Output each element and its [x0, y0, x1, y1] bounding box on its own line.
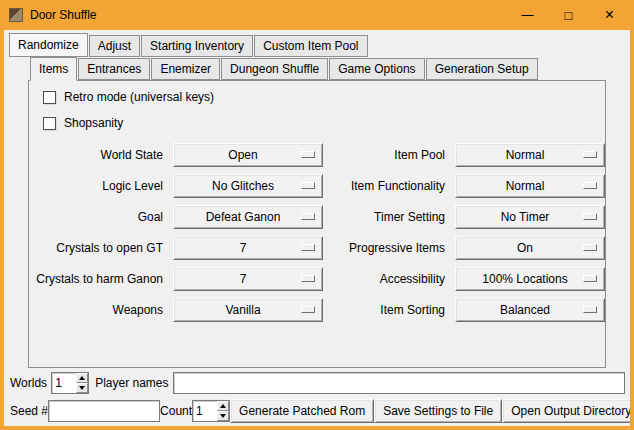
- weapons-dropdown[interactable]: Vanilla: [173, 298, 323, 322]
- spin-up-icon[interactable]: [76, 373, 88, 383]
- worlds-row: Worlds Player names: [10, 371, 625, 395]
- window: Door Shuffle — □ × Randomize Adjust Star…: [0, 0, 634, 430]
- shopsanity-checkbox[interactable]: Shopsanity: [43, 116, 605, 130]
- titlebar[interactable]: Door Shuffle — □ ×: [4, 0, 630, 30]
- menu-indicator-icon: [301, 275, 315, 282]
- seed-row: Seed # Count Generate Patched Rom Save S…: [10, 399, 625, 423]
- accessibility-label: Accessibility: [331, 272, 447, 286]
- crystals-harm-ganon-label: Crystals to harm Ganon: [29, 272, 165, 286]
- menu-indicator-icon: [583, 182, 597, 189]
- goal-label: Goal: [29, 210, 165, 224]
- window-title: Door Shuffle: [30, 8, 97, 22]
- tab-enemizer[interactable]: Enemizer: [151, 58, 220, 80]
- checkbox-box-icon: [43, 117, 56, 130]
- player-names-label: Player names: [95, 376, 168, 390]
- window-controls: — □ ×: [507, 0, 630, 30]
- bottom-bar: Worlds Player names Seed #: [4, 371, 630, 426]
- maximize-button[interactable]: □: [548, 0, 589, 30]
- goal-dropdown[interactable]: Defeat Ganon: [173, 205, 323, 229]
- world-state-label: World State: [29, 148, 165, 162]
- item-sorting-label: Item Sorting: [331, 303, 447, 317]
- timer-setting-dropdown[interactable]: No Timer: [455, 205, 605, 229]
- worlds-spinbox-input[interactable]: [52, 373, 76, 393]
- retro-mode-label: Retro mode (universal keys): [64, 90, 214, 104]
- spin-down-icon[interactable]: [217, 411, 229, 421]
- logic-level-label: Logic Level: [29, 179, 165, 193]
- shopsanity-label: Shopsanity: [64, 116, 123, 130]
- count-spinbox[interactable]: [192, 400, 230, 422]
- item-pool-dropdown[interactable]: Normal: [455, 143, 605, 167]
- crystals-open-gt-label: Crystals to open GT: [29, 241, 165, 255]
- progressive-items-label: Progressive Items: [331, 241, 447, 255]
- menu-indicator-icon: [583, 244, 597, 251]
- spin-up-icon[interactable]: [217, 401, 229, 411]
- logic-level-dropdown[interactable]: No Glitches: [173, 174, 323, 198]
- close-button[interactable]: ×: [589, 0, 630, 30]
- item-functionality-dropdown[interactable]: Normal: [455, 174, 605, 198]
- minimize-button[interactable]: —: [507, 0, 548, 30]
- save-settings-button[interactable]: Save Settings to File: [374, 399, 502, 423]
- worlds-label: Worlds: [10, 376, 47, 390]
- menu-indicator-icon: [301, 182, 315, 189]
- menu-indicator-icon: [301, 306, 315, 313]
- item-functionality-label: Item Functionality: [331, 179, 447, 193]
- generate-patched-rom-button[interactable]: Generate Patched Rom: [230, 399, 374, 423]
- menu-indicator-icon: [301, 151, 315, 158]
- menu-indicator-icon: [583, 275, 597, 282]
- outer-tab-bar: Randomize Adjust Starting Inventory Cust…: [4, 30, 630, 57]
- seed-input[interactable]: [48, 400, 160, 422]
- open-output-directory-button[interactable]: Open Output Directory: [502, 399, 630, 423]
- menu-indicator-icon: [301, 213, 315, 220]
- retro-mode-checkbox[interactable]: Retro mode (universal keys): [43, 90, 605, 104]
- tab-game-options[interactable]: Game Options: [329, 58, 424, 80]
- worlds-spinbox[interactable]: [51, 372, 89, 394]
- tab-generation-setup[interactable]: Generation Setup: [426, 58, 538, 80]
- progressive-items-dropdown[interactable]: On: [455, 236, 605, 260]
- tab-adjust[interactable]: Adjust: [89, 35, 140, 57]
- menu-indicator-icon: [301, 244, 315, 251]
- weapons-label: Weapons: [29, 303, 165, 317]
- tab-randomize[interactable]: Randomize: [9, 33, 88, 57]
- tab-custom-item-pool[interactable]: Custom Item Pool: [254, 35, 367, 57]
- crystals-harm-ganon-dropdown[interactable]: 7: [173, 267, 323, 291]
- inner-tab-bar: Items Entrances Enemizer Dungeon Shuffle…: [28, 57, 606, 80]
- tab-items[interactable]: Items: [30, 57, 77, 81]
- client-area: Randomize Adjust Starting Inventory Cust…: [4, 30, 630, 426]
- tab-dungeon-shuffle[interactable]: Dungeon Shuffle: [221, 58, 328, 80]
- spin-down-icon[interactable]: [76, 383, 88, 393]
- menu-indicator-icon: [583, 306, 597, 313]
- settings-grid: World State Open Item Pool Normal Logic …: [29, 143, 605, 322]
- app-icon: [9, 8, 23, 22]
- item-sorting-dropdown[interactable]: Balanced: [455, 298, 605, 322]
- checkbox-box-icon: [43, 91, 56, 104]
- seed-label: Seed #: [10, 404, 48, 418]
- tab-starting-inventory[interactable]: Starting Inventory: [141, 35, 253, 57]
- crystals-open-gt-dropdown[interactable]: 7: [173, 236, 323, 260]
- menu-indicator-icon: [583, 213, 597, 220]
- count-spinbox-input[interactable]: [193, 401, 217, 421]
- item-pool-label: Item Pool: [331, 148, 447, 162]
- accessibility-dropdown[interactable]: 100% Locations: [455, 267, 605, 291]
- menu-indicator-icon: [583, 151, 597, 158]
- tab-entrances[interactable]: Entrances: [78, 58, 150, 80]
- inner-notebook: Items Entrances Enemizer Dungeon Shuffle…: [28, 57, 606, 368]
- timer-setting-label: Timer Setting: [331, 210, 447, 224]
- items-tab-pane: Retro mode (universal keys) Shopsanity W…: [28, 80, 606, 368]
- world-state-dropdown[interactable]: Open: [173, 143, 323, 167]
- player-names-input[interactable]: [173, 372, 626, 394]
- count-label: Count: [160, 404, 192, 418]
